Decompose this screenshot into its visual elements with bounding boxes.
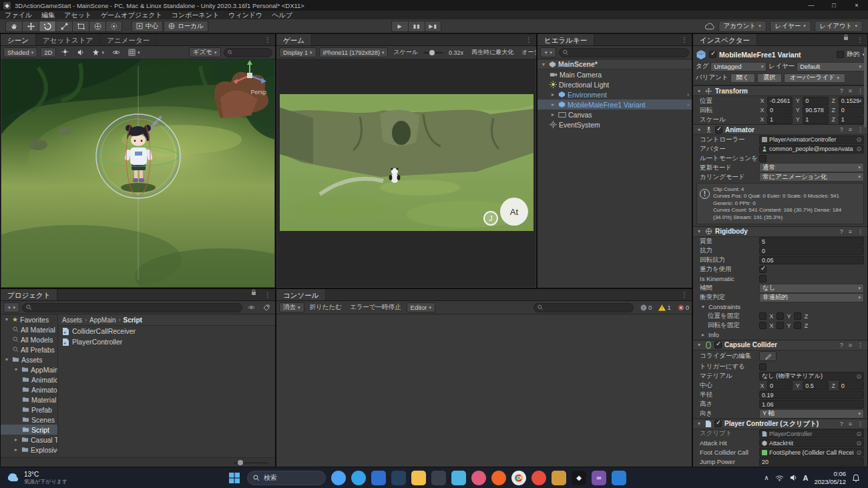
is-kinematic-checkbox[interactable] <box>759 275 767 282</box>
foldout-icon[interactable]: ▾ <box>696 421 702 427</box>
animator-header[interactable]: ▾ ✓ Animator ? ≡ ⋮ <box>693 124 867 135</box>
tree-favorites[interactable]: ▾★Favorites <box>1 314 57 324</box>
taskbar-app-terminal-icon[interactable] <box>431 471 446 485</box>
expand-icon[interactable]: ▸ <box>550 111 556 117</box>
foldout-icon[interactable]: ▾ <box>696 342 702 348</box>
tree-explosive[interactable]: ▸ExplosiveL... <box>1 445 57 455</box>
project-search[interactable] <box>22 303 242 312</box>
prefab-overrides-dropdown[interactable]: オーバーライド▾ <box>784 73 845 83</box>
culling-mode-dropdown[interactable]: 常にアニメーション化▾ <box>759 172 864 182</box>
foldout-icon[interactable]: ▾ <box>696 88 702 94</box>
tab-game[interactable]: ゲーム <box>276 34 312 45</box>
tree-scenes[interactable]: Scenes <box>1 415 57 425</box>
rigidbody-header[interactable]: ▾ Rigidbody ? ≡ ⋮ <box>693 226 867 237</box>
taskbar-app-visual-studio-icon[interactable]: ∞ <box>592 471 606 485</box>
foot-collider-call-field[interactable]: FootSphere (Collider Call Recei⊙ <box>759 448 864 457</box>
pivot-center-toggle[interactable]: 中心 <box>132 21 163 32</box>
taskbar-app-photos-icon[interactable] <box>451 471 466 485</box>
scale-slider-knob[interactable] <box>429 50 435 55</box>
console-clear-button[interactable]: 消去▾ <box>279 302 304 312</box>
preset-icon[interactable]: ≡ <box>847 342 853 348</box>
project-add-button[interactable]: +▾ <box>3 302 19 312</box>
search-by-type-icon[interactable] <box>245 302 258 312</box>
project-search-input[interactable] <box>34 304 238 311</box>
maximize-on-play-toggle[interactable]: 再生時に最大化 <box>469 47 516 57</box>
taskbar-app-chrome-icon[interactable] <box>511 471 526 485</box>
animator-enabled-checkbox[interactable]: ✓ <box>715 126 722 134</box>
preset-icon[interactable]: ≡ <box>847 87 853 94</box>
angular-drag-field[interactable] <box>759 256 864 264</box>
tab-inspector[interactable]: インスペクター <box>693 34 757 45</box>
tag-dropdown[interactable]: Untagged▾ <box>710 62 767 71</box>
menu-help[interactable]: ヘルプ <box>267 11 297 20</box>
console-collapse-toggle[interactable]: 折りたたむ <box>307 302 345 312</box>
foldout-icon[interactable]: ▸ <box>700 332 706 338</box>
freeze-rotation-y-checkbox[interactable] <box>777 322 784 329</box>
console-error-filter[interactable]: 0 <box>678 304 689 311</box>
tab-animator[interactable]: アニメーター <box>100 34 157 45</box>
hierarchy-item-environment[interactable]: ▸ Environment › <box>537 89 692 99</box>
ime-mode-indicator[interactable]: A <box>803 474 809 482</box>
preset-icon[interactable]: ≡ <box>847 421 853 427</box>
hand-tool-button[interactable] <box>5 21 22 32</box>
2d-toggle[interactable]: 2D <box>40 47 56 57</box>
position-x-field[interactable] <box>767 97 793 105</box>
is-trigger-checkbox[interactable] <box>759 363 767 371</box>
icon-size-slider[interactable] <box>234 462 268 464</box>
object-picker-icon[interactable]: ⊙ <box>856 431 861 437</box>
object-picker-icon[interactable]: ⊙ <box>856 449 861 456</box>
game-render-viewport[interactable]: J At <box>280 94 533 231</box>
menu-edit[interactable]: 編集 <box>37 11 59 20</box>
hierarchy-item-directional-light[interactable]: Directional Light <box>537 79 692 89</box>
mass-field[interactable] <box>759 237 864 246</box>
icon-size-slider-knob[interactable] <box>238 460 243 465</box>
tree-casual-tiny[interactable]: ▸Casual Tiny... <box>1 435 57 445</box>
drag-field[interactable] <box>759 246 864 255</box>
object-picker-icon[interactable]: ⊙ <box>856 440 861 447</box>
controller-object-field[interactable]: PlayerAnimatorController⊙ <box>759 136 864 144</box>
search-by-label-icon[interactable] <box>260 302 272 312</box>
use-gravity-checkbox[interactable]: ✓ <box>759 266 767 273</box>
rotation-x-field[interactable] <box>767 106 793 115</box>
panel-menu-icon[interactable]: ⋮ <box>260 289 275 300</box>
scale-z-field[interactable] <box>839 115 864 124</box>
scene-search[interactable] <box>224 48 272 57</box>
panel-menu-icon[interactable]: ⋮ <box>677 289 692 300</box>
play-button[interactable]: ▶ <box>391 21 408 32</box>
move-tool-button[interactable] <box>22 21 39 32</box>
game-ui-attack-button[interactable]: At <box>500 198 528 226</box>
taskbar-app-explorer-icon[interactable] <box>411 471 426 485</box>
scene-header-row[interactable]: ▾ MainScene* <box>537 59 692 69</box>
hierarchy-search-input[interactable] <box>571 49 685 56</box>
center-z-field[interactable] <box>839 381 864 390</box>
taskbar-app-mail-icon[interactable] <box>371 471 386 485</box>
panel-menu-icon[interactable]: ⋮ <box>677 34 692 45</box>
foldout-icon[interactable]: ▾ <box>696 228 702 234</box>
update-mode-dropdown[interactable]: 通常▾ <box>759 163 864 172</box>
taskbar-app-edge-icon[interactable] <box>351 471 366 485</box>
volume-icon[interactable] <box>790 474 797 481</box>
taskbar-app-vscode-icon[interactable] <box>612 471 626 485</box>
capsule-collider-header[interactable]: ▾ ✓ Capsule Collider ? ≡ ⋮ <box>693 340 867 350</box>
foldout-icon[interactable]: ▸ <box>13 437 19 443</box>
foldout-icon[interactable]: ▸ <box>13 447 19 453</box>
scene-audio-icon[interactable] <box>74 47 87 57</box>
tree-assets[interactable]: ▾Assets <box>1 354 57 364</box>
edit-collider-button[interactable] <box>759 351 777 361</box>
file-collidercallreceiver[interactable]: # ColliderCallReceiver <box>58 326 275 336</box>
scene-visibility-icon[interactable] <box>110 47 123 57</box>
file-playercontroller[interactable]: # PlayerController <box>58 336 275 347</box>
freeze-position-x-checkbox[interactable] <box>759 312 767 320</box>
console-warning-filter[interactable]: !1 <box>658 304 670 311</box>
foldout-icon[interactable]: ▾ <box>3 356 10 362</box>
layers-dropdown[interactable]: レイヤー▾ <box>770 21 811 32</box>
display-dropdown[interactable]: Display 1▾ <box>279 47 316 57</box>
position-z-field[interactable] <box>839 97 864 105</box>
layout-dropdown[interactable]: レイアウト▾ <box>815 21 863 32</box>
help-icon[interactable]: ? <box>839 87 845 94</box>
taskbar-app-postman-icon[interactable] <box>531 471 546 485</box>
component-menu-icon[interactable]: ⋮ <box>856 421 865 427</box>
scale-y-field[interactable] <box>803 115 828 124</box>
interpolate-dropdown[interactable]: なし▾ <box>759 284 864 293</box>
static-checkbox[interactable] <box>837 51 844 58</box>
